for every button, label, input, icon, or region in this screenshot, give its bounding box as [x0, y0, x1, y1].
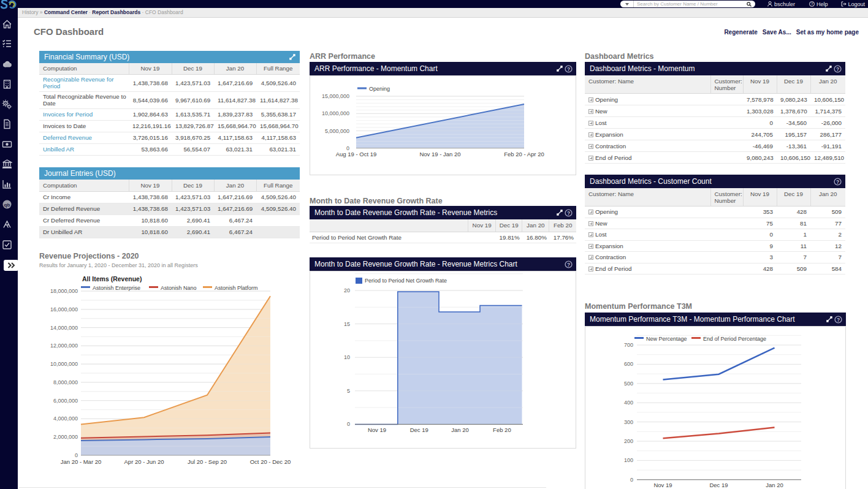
svg-text:600: 600	[624, 361, 633, 367]
svg-text:Nov 19: Nov 19	[653, 482, 672, 488]
svg-text:0: 0	[630, 477, 633, 483]
svg-text:300: 300	[624, 419, 633, 425]
svg-text:Astonish Platform: Astonish Platform	[215, 285, 258, 291]
svg-text:Apr 20 - Jun 20: Apr 20 - Jun 20	[124, 458, 164, 465]
svg-text:Aug 19 - Oct 19: Aug 19 - Oct 19	[336, 151, 377, 157]
svg-text:4,000,000: 4,000,000	[53, 415, 78, 422]
svg-text:100: 100	[624, 457, 633, 463]
svg-text:Opening: Opening	[369, 86, 390, 92]
svg-text:Oct 20 - Dec 20: Oct 20 - Dec 20	[250, 458, 291, 465]
svg-text:Jul 20 - Sep 20: Jul 20 - Sep 20	[188, 458, 227, 465]
svg-text:qb: qb	[4, 202, 10, 208]
svg-text:20: 20	[344, 287, 350, 294]
svg-text:8,000,000: 8,000,000	[53, 379, 78, 385]
svg-text:12,000,000: 12,000,000	[50, 343, 78, 349]
svg-text:Period to Period Net Growth Ra: Period to Period Net Growth Rate	[365, 278, 447, 284]
svg-text:Nov 19 - Jan 20: Nov 19 - Jan 20	[419, 151, 460, 157]
svg-text:400: 400	[624, 400, 633, 406]
svg-text:?: ?	[567, 261, 570, 267]
svg-text:Jan 20 - Mar 20: Jan 20 - Mar 20	[61, 458, 102, 465]
svg-text:15,000,000: 15,000,000	[322, 93, 349, 99]
svg-text:New Percentage: New Percentage	[646, 336, 687, 342]
svg-text:15: 15	[344, 321, 350, 327]
svg-text:14,000,000: 14,000,000	[50, 325, 78, 331]
svg-text:6,000,000: 6,000,000	[53, 398, 78, 404]
svg-text:Jan 20: Jan 20	[766, 482, 783, 488]
svg-text:Dec 19: Dec 19	[709, 482, 728, 488]
svg-text:18,000,000: 18,000,000	[50, 288, 78, 294]
svg-text:?: ?	[567, 210, 570, 216]
svg-text:5,000,000: 5,000,000	[325, 128, 349, 134]
svg-text:Feb 20 - Apr 20: Feb 20 - Apr 20	[504, 151, 544, 157]
svg-text:0: 0	[347, 421, 350, 427]
svg-text:10,000,000: 10,000,000	[322, 110, 349, 116]
svg-text:Jan 20: Jan 20	[451, 426, 469, 433]
svg-text:200: 200	[624, 438, 633, 444]
svg-text:Astonish Enterprise: Astonish Enterprise	[93, 285, 140, 291]
svg-text:700: 700	[624, 342, 633, 348]
svg-text:2,000,000: 2,000,000	[53, 434, 78, 440]
svg-text:0: 0	[75, 452, 78, 458]
svg-text:Astonish Nano: Astonish Nano	[161, 285, 197, 291]
svg-text:?: ?	[836, 66, 839, 72]
svg-text:500: 500	[624, 381, 633, 387]
svg-text:?: ?	[837, 316, 840, 322]
svg-text:?: ?	[567, 66, 570, 72]
svg-text:All Items (Revenue): All Items (Revenue)	[82, 275, 142, 282]
svg-text:5: 5	[347, 388, 350, 394]
svg-text:Feb 20: Feb 20	[493, 426, 511, 433]
svg-text:10: 10	[344, 354, 350, 360]
svg-text:?: ?	[811, 2, 813, 6]
svg-text:End of Period Percentage: End of Period Percentage	[703, 336, 766, 342]
svg-text:Nov 19: Nov 19	[368, 426, 386, 433]
svg-text:16,000,000: 16,000,000	[50, 306, 78, 313]
svg-text:?: ?	[836, 178, 839, 184]
svg-text:Dec 19: Dec 19	[410, 426, 428, 433]
svg-text:10,000,000: 10,000,000	[50, 361, 78, 367]
